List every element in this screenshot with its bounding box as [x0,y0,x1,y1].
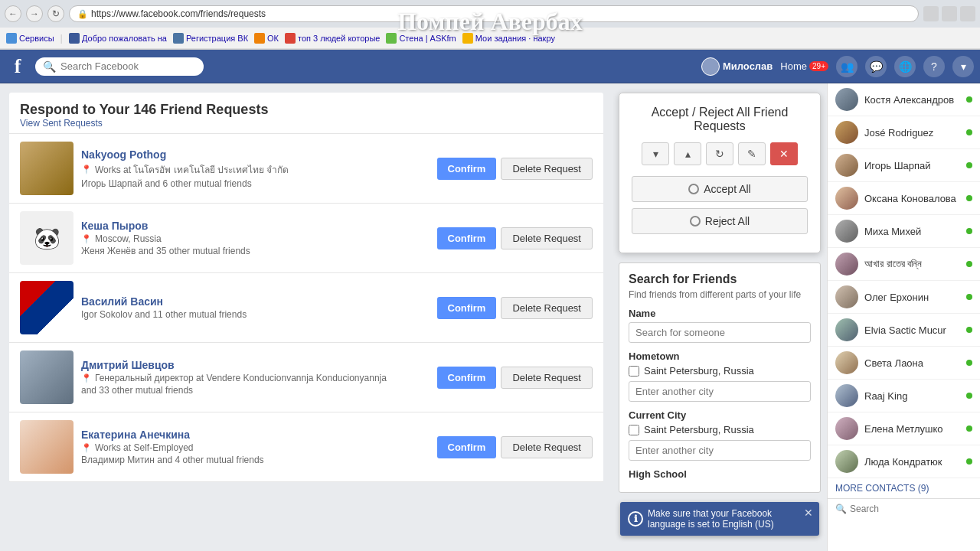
confirm-button[interactable]: Confirm [437,367,497,389]
bookmarks-bar: Сервисы | Добро пожаловать на Регистраци… [0,28,980,49]
forward-button[interactable]: → [26,5,43,22]
extension-icon[interactable] [942,6,957,21]
close-modal-button[interactable]: ✕ [770,142,798,165]
online-indicator [966,458,972,465]
avatar [835,154,858,177]
list-item[interactable]: Миха Михей [828,215,980,248]
online-indicator [966,129,972,135]
spinner-icon [688,184,699,194]
friends-icon-btn[interactable]: 👥 [836,56,858,77]
bookmark-icon-vk [173,33,184,44]
confirm-button[interactable]: Confirm [437,297,497,319]
request-name[interactable]: Дмитрий Шевцов [81,359,430,371]
list-item[interactable]: José Rodriguez [828,116,980,149]
table-row: Дмитрий Шевцов 📍 Генеральный директор at… [9,343,603,412]
close-notification-button[interactable]: ✕ [804,507,813,519]
request-actions: Confirm Delete Request [437,367,593,389]
avatar [20,281,74,334]
contact-name: Света Лаона [864,357,960,369]
accept-all-button[interactable]: Accept All [632,176,808,202]
more-contacts-link[interactable]: MORE CONTACTS (9) [828,478,980,498]
search-friends-subtitle: Find friends from different parts of you… [629,289,811,300]
high-school-field-label: High School [629,468,811,480]
contact-name: José Rodriguez [864,127,960,139]
request-mutual: Владимир Митин and 4 other mutual friend… [81,455,430,465]
fb-search-input[interactable] [60,60,196,72]
request-name[interactable]: Кеша Пыров [81,220,430,232]
back-button[interactable]: ← [5,5,21,22]
delete-request-button[interactable]: Delete Request [501,367,593,389]
view-sent-link[interactable]: View Sent Requests [20,118,593,129]
delete-request-button[interactable]: Delete Request [501,158,593,180]
home-nav-item[interactable]: Home 29+ [780,60,828,72]
delete-request-button[interactable]: Delete Request [501,436,593,458]
avatar [835,121,858,144]
request-name[interactable]: Nakyoog Pothog [81,148,430,161]
bookmark-servisy[interactable]: Сервисы [6,33,54,44]
list-item[interactable]: আখার রাতের বন্নি [828,248,980,281]
list-item[interactable]: Elvia Sactic Mucur [828,314,980,347]
request-actions: Confirm Delete Request [437,436,593,458]
address-bar[interactable]: 🔒 [69,5,919,22]
delete-request-button[interactable]: Delete Request [501,297,593,319]
fb-search-bar[interactable]: 🔍 [35,57,204,76]
list-item[interactable]: Костя Александров [828,83,980,116]
bookmark-moi[interactable]: Мои задания · накру [462,33,555,44]
request-info: Кеша Пыров 📍 Moscow, Russia Женя Женёв a… [81,220,430,256]
refresh-button[interactable]: ↻ [47,5,64,22]
list-item[interactable]: Raaj King [828,380,980,412]
avatar [835,285,858,308]
dropdown-icon-btn[interactable]: ▾ [952,56,974,77]
accept-reject-modal: Accept / Reject All Friend Requests ▾ ▴ … [619,93,821,253]
fb-logo: f [6,55,29,78]
main-layout: Respond to Your 146 Friend Requests View… [0,83,980,551]
contacts-search-input[interactable] [850,504,972,514]
hometown-city-input[interactable] [629,381,811,402]
delete-request-button[interactable]: Delete Request [501,227,593,249]
user-profile-link[interactable]: Милослав [701,57,773,76]
current-city-checkbox[interactable] [629,425,639,435]
list-item[interactable]: Оксана Коновалова [828,182,980,215]
list-item[interactable]: Елена Метлушко [828,412,980,445]
notifications-icon-btn[interactable]: 🌐 [894,56,916,77]
request-name[interactable]: Екатерина Анечкина [81,429,430,441]
name-search-input[interactable] [629,322,811,343]
browser-icons [923,6,975,21]
request-info: Василий Васин Igor Sokolov and 11 other … [81,295,430,320]
contact-name: Люда Кондратюк [864,456,960,468]
hometown-checkbox[interactable] [629,366,639,377]
current-city-input[interactable] [629,440,811,461]
refresh-button[interactable]: ↻ [706,142,733,165]
url-input[interactable] [91,8,910,19]
confirm-button[interactable]: Confirm [437,158,497,180]
browser-nav: ← → ↻ 🔒 [0,0,980,28]
edit-button[interactable]: ✎ [738,142,766,165]
list-item[interactable]: Люда Кондратюк [828,445,980,478]
list-item[interactable]: Света Лаона [828,347,980,380]
messages-icon-btn[interactable]: 💬 [865,56,887,77]
list-item[interactable]: Олег Ерхонин [828,281,980,314]
confirm-button[interactable]: Confirm [437,436,497,458]
bookmark-askfm[interactable]: Стена | ASKfm [386,33,456,44]
help-icon-btn[interactable]: ? [923,56,945,77]
hometown-checkbox-label: Saint Petersburg, Russia [644,365,754,377]
page-title: Respond to Your 146 Friend Requests [20,102,593,118]
star-icon[interactable] [923,6,939,21]
list-item[interactable]: Игорь Шарпай [828,149,980,182]
contact-name: Миха Михей [864,226,960,237]
scroll-down-button[interactable]: ▾ [642,142,669,165]
reject-all-button[interactable]: Reject All [632,208,808,234]
bookmark-top3[interactable]: топ 3 людей которые [285,33,380,44]
online-indicator [966,327,972,333]
bookmark-ok[interactable]: ОК [254,33,279,44]
request-name[interactable]: Василий Васин [81,295,430,308]
online-indicator [966,228,972,234]
bookmark-vk[interactable]: Регистрация ВК [173,33,248,44]
current-city-field-label: Current City [629,409,811,421]
bookmark-dobro[interactable]: Добро пожаловать на [69,33,167,44]
scroll-up-button[interactable]: ▴ [674,142,701,165]
right-search-bar: 🔍 [828,498,980,519]
menu-icon[interactable] [960,6,975,21]
confirm-button[interactable]: Confirm [437,227,497,249]
bookmark-icon-top3 [285,33,296,44]
